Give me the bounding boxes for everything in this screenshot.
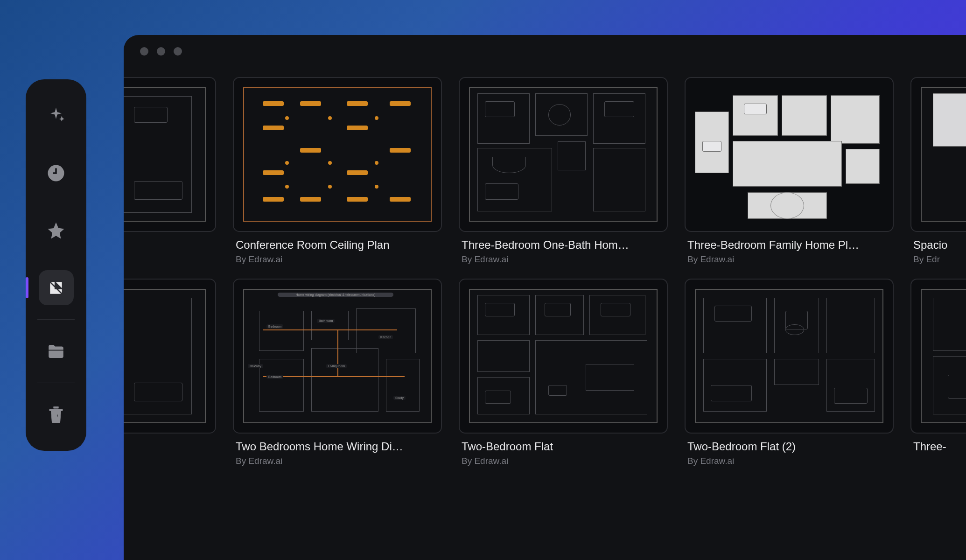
- template-thumbnail: [124, 77, 216, 232]
- templates-icon: [46, 278, 66, 298]
- star-icon: [46, 221, 66, 240]
- wiring-header: Home wiring diagram (electrical & teleco…: [278, 293, 393, 297]
- template-card[interactable]: Three-Bedroom One-Bath Hom… By Edraw.ai: [459, 77, 668, 265]
- template-card[interactable]: Conference Room Ceiling Plan By Edraw.ai: [233, 77, 442, 265]
- template-author: By Edraw.ai: [462, 254, 668, 265]
- clock-icon: [46, 163, 66, 183]
- trash-icon: [46, 405, 66, 425]
- window-maximize-button[interactable]: [174, 47, 182, 56]
- template-info: …om Home …: [124, 440, 216, 456]
- template-title: Spacio: [913, 238, 966, 252]
- template-thumbnail: [233, 77, 442, 232]
- template-card[interactable]: …om Home …: [124, 279, 216, 466]
- template-card[interactable]: Two-Bedroom Flat By Edraw.ai: [459, 279, 668, 466]
- template-title: Three-: [913, 440, 966, 453]
- template-info: …om Home …: [124, 238, 216, 254]
- sidebar-item-favorites[interactable]: [39, 213, 74, 248]
- sidebar-separator: [37, 383, 75, 383]
- template-author: By Edraw.ai: [236, 254, 442, 265]
- sidebar-item-files[interactable]: [39, 334, 74, 369]
- template-thumbnail: [124, 279, 216, 434]
- template-info: Three-: [910, 440, 966, 456]
- template-thumbnail: Home wiring diagram (electrical & teleco…: [233, 279, 442, 434]
- template-title: Three-Bedroom Family Home Pl…: [687, 238, 893, 252]
- template-card[interactable]: Spacio By Edr: [910, 77, 966, 265]
- sidebar: [26, 79, 86, 451]
- template-title: …om Home …: [124, 440, 215, 453]
- template-thumbnail: [910, 279, 966, 434]
- template-thumbnail: [459, 279, 668, 434]
- template-author: By Edraw.ai: [687, 254, 894, 265]
- template-info: Three-Bedroom One-Bath Hom… By Edraw.ai: [459, 238, 668, 265]
- sidebar-item-ai[interactable]: [39, 98, 74, 133]
- sidebar-item-recent[interactable]: [39, 155, 74, 190]
- template-info: Two-Bedroom Flat (2) By Edraw.ai: [685, 440, 894, 466]
- template-title: Two-Bedroom Flat: [462, 440, 667, 453]
- template-card[interactable]: …om Home …: [124, 77, 216, 265]
- template-author: By Edraw.ai: [687, 456, 894, 466]
- template-gallery: …om Home …: [124, 68, 966, 466]
- sparkle-icon: [46, 106, 66, 126]
- template-thumbnail: [685, 77, 894, 232]
- template-row: …om Home … Home wiring diagram (electric…: [124, 279, 966, 466]
- window-minimize-button[interactable]: [157, 47, 165, 56]
- sidebar-item-templates[interactable]: [39, 270, 74, 305]
- sidebar-item-trash[interactable]: [39, 397, 74, 432]
- template-info: Two-Bedroom Flat By Edraw.ai: [459, 440, 668, 466]
- template-card[interactable]: Two-Bedroom Flat (2) By Edraw.ai: [685, 279, 894, 466]
- main-window: …om Home …: [124, 35, 966, 560]
- template-title: Two Bedrooms Home Wiring Di…: [236, 440, 441, 453]
- sidebar-separator: [37, 319, 75, 320]
- template-info: Conference Room Ceiling Plan By Edraw.ai: [233, 238, 442, 265]
- template-thumbnail: [459, 77, 668, 232]
- window-close-button[interactable]: [140, 47, 148, 56]
- template-thumbnail: [910, 77, 966, 232]
- template-author: By Edraw.ai: [236, 456, 442, 466]
- template-info: Three-Bedroom Family Home Pl… By Edraw.a…: [685, 238, 894, 265]
- template-author: By Edr: [913, 254, 966, 265]
- window-titlebar: [124, 35, 966, 68]
- template-title: Conference Room Ceiling Plan: [236, 238, 441, 252]
- template-card[interactable]: Three-: [910, 279, 966, 466]
- template-author: By Edraw.ai: [462, 456, 668, 466]
- template-info: Two Bedrooms Home Wiring Di… By Edraw.ai: [233, 440, 442, 466]
- template-title: …om Home …: [124, 238, 215, 252]
- template-card[interactable]: Three-Bedroom Family Home Pl… By Edraw.a…: [685, 77, 894, 265]
- folder-icon: [46, 342, 66, 361]
- template-card[interactable]: Home wiring diagram (electrical & teleco…: [233, 279, 442, 466]
- template-title: Three-Bedroom One-Bath Hom…: [462, 238, 667, 252]
- template-title: Two-Bedroom Flat (2): [687, 440, 893, 453]
- template-thumbnail: [685, 279, 894, 434]
- template-info: Spacio By Edr: [910, 238, 966, 265]
- template-row: …om Home …: [124, 77, 966, 265]
